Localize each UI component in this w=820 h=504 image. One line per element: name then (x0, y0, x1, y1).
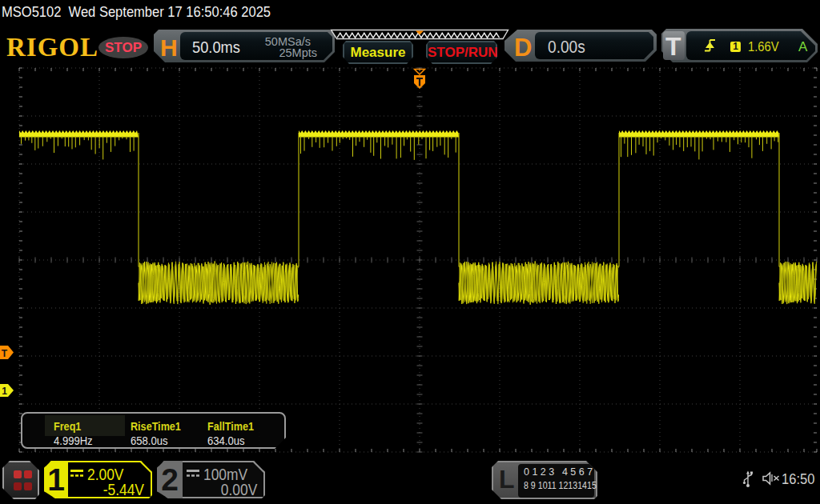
svg-text:1: 1 (2, 386, 7, 397)
svg-text:T: T (2, 348, 8, 359)
